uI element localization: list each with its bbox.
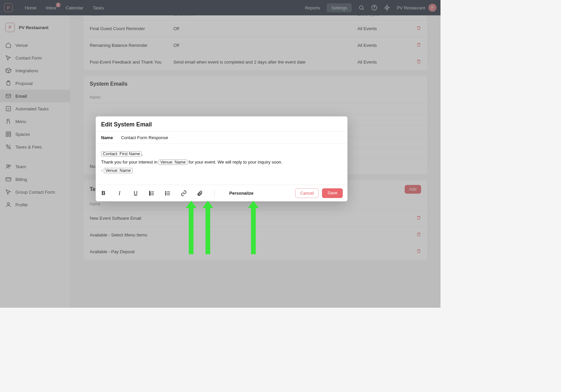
token-contact-first-name[interactable]: Contact: First Name bbox=[101, 151, 142, 157]
svg-text:3: 3 bbox=[149, 194, 150, 196]
underline-icon[interactable]: U bbox=[133, 190, 139, 196]
editor-toolbar: B I U 123 Personalize Cancel Save bbox=[96, 185, 347, 201]
svg-point-31 bbox=[165, 193, 166, 194]
italic-icon[interactable]: I bbox=[116, 190, 123, 196]
ordered-list-icon[interactable]: 123 bbox=[149, 190, 155, 196]
attachment-icon[interactable] bbox=[197, 190, 203, 196]
email-body-editor[interactable]: Contact: First Name, Thank you for your … bbox=[96, 144, 347, 185]
token-venue-name[interactable]: Venue: Name bbox=[159, 160, 187, 165]
link-icon[interactable] bbox=[181, 190, 187, 196]
modal-title: Edit System Email bbox=[96, 116, 347, 132]
svg-point-30 bbox=[165, 191, 166, 192]
token-venue-name[interactable]: Venue: Name bbox=[104, 168, 133, 173]
name-label: Name bbox=[101, 135, 113, 140]
personalize-button[interactable]: Personalize bbox=[229, 191, 253, 196]
bold-icon[interactable]: B bbox=[100, 190, 106, 196]
name-value: Contact Form Response bbox=[121, 135, 168, 140]
svg-point-32 bbox=[165, 194, 166, 195]
cancel-button[interactable]: Cancel bbox=[295, 188, 319, 198]
bullet-list-icon[interactable] bbox=[165, 190, 171, 196]
edit-email-modal: Edit System Email Name Contact Form Resp… bbox=[96, 116, 347, 201]
save-button[interactable]: Save bbox=[322, 188, 343, 198]
